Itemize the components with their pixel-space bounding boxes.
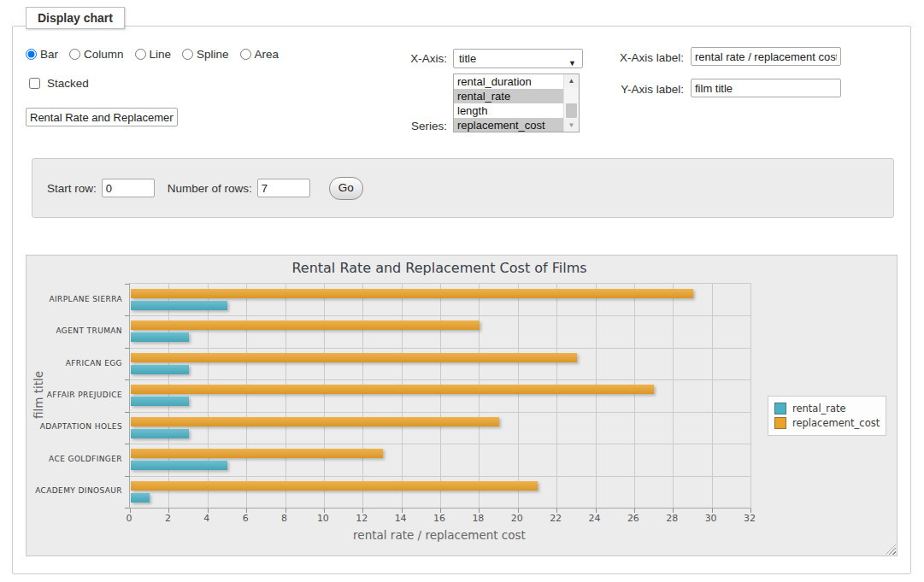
x-tick-label: 24 xyxy=(574,513,616,524)
gridline-vertical xyxy=(673,284,674,508)
legend-item-replacement_cost: replacement_cost xyxy=(774,417,880,429)
chart-title: Rental Rate and Replacement Cost of Film… xyxy=(129,260,750,276)
x-tick-label: 20 xyxy=(496,513,539,524)
x-tick-label: 6 xyxy=(224,513,267,524)
gridline-horizontal xyxy=(130,476,750,477)
bar-rental_rate xyxy=(131,429,189,438)
gridline-horizontal xyxy=(130,412,750,413)
chart-type-radio-bar[interactable] xyxy=(26,49,37,60)
series-option-rental_duration[interactable]: rental_duration xyxy=(454,74,564,89)
bar-replacement_cost xyxy=(131,320,480,330)
number-of-rows-input[interactable] xyxy=(257,179,310,197)
gridline-vertical xyxy=(518,284,519,508)
gridline-vertical xyxy=(285,284,286,508)
category-label: AFRICAN EGG xyxy=(26,359,122,367)
chart-type-option-line[interactable]: Line xyxy=(135,48,172,61)
x-tick-label: 0 xyxy=(108,513,150,524)
category-label: AGENT TRUMAN xyxy=(26,326,122,335)
gridline-vertical xyxy=(362,284,363,508)
scroll-down-icon[interactable]: ▼ xyxy=(564,119,579,132)
y-axis-label-input[interactable] xyxy=(691,79,841,97)
category-label: AIRPLANE SIERRA xyxy=(26,295,122,303)
plot-area xyxy=(129,283,751,509)
x-axis-label-input[interactable] xyxy=(691,47,841,66)
gridline-vertical xyxy=(634,284,635,508)
series-option-rental_rate[interactable]: rental_rate xyxy=(454,89,564,103)
rows-panel: Start row: Number of rows: Go xyxy=(32,158,894,218)
stacked-option[interactable]: Stacked xyxy=(26,75,89,91)
gridline-vertical xyxy=(712,284,713,508)
legend-label: rental_rate xyxy=(792,403,846,414)
chart-type-option-column[interactable]: Column xyxy=(69,48,124,61)
series-option-length[interactable]: length xyxy=(454,103,564,118)
x-tick-label: 28 xyxy=(650,513,693,524)
series-option-replacement_cost[interactable]: replacement_cost xyxy=(454,118,564,132)
category-label: AFFAIR PREJUDICE xyxy=(26,391,122,399)
gridline-vertical xyxy=(168,284,169,508)
x-tick-label: 14 xyxy=(380,513,422,524)
legend-swatch-rental_rate xyxy=(774,403,786,414)
x-axis-label-label: X-Axis label: xyxy=(611,51,684,64)
chart-type-radio-area[interactable] xyxy=(240,49,251,60)
category-label: ACE GOLDFINGER xyxy=(26,455,122,463)
gridline-horizontal xyxy=(130,348,750,349)
legend-label: replacement_cost xyxy=(792,417,880,429)
y-tick-mark xyxy=(125,476,129,477)
gridline-vertical xyxy=(402,284,403,508)
scroll-up-icon[interactable]: ▲ xyxy=(564,74,579,87)
series-options: rental_durationrental_ratelengthreplacem… xyxy=(454,74,564,132)
chart-type-label-column: Column xyxy=(84,48,124,61)
chart-type-label-spline: Spline xyxy=(197,48,229,61)
x-tick-label: 16 xyxy=(418,513,461,524)
bar-replacement_cost xyxy=(131,353,577,362)
bar-rental_rate xyxy=(131,332,189,342)
chart-legend: rental_ratereplacement_cost xyxy=(768,396,886,436)
y-tick-mark xyxy=(125,348,129,349)
start-row-input[interactable] xyxy=(102,179,155,197)
x-axis-select[interactable]: title ▼ xyxy=(453,49,583,68)
x-tick-label: 18 xyxy=(456,513,499,524)
bar-rental_rate xyxy=(131,493,150,503)
chart-type-option-spline[interactable]: Spline xyxy=(182,48,229,61)
chevron-down-icon: ▼ xyxy=(568,55,576,73)
bar-replacement_cost xyxy=(131,481,538,491)
gridline-vertical xyxy=(324,284,325,508)
chart-type-label-line: Line xyxy=(150,48,172,61)
gridline-vertical xyxy=(208,284,209,508)
bar-rental_rate xyxy=(131,301,227,310)
chart-type-option-area[interactable]: Area xyxy=(240,48,280,61)
scrollbar-thumb[interactable] xyxy=(566,103,577,118)
y-tick-mark xyxy=(125,315,129,316)
gridline-horizontal xyxy=(130,379,750,380)
chart-type-radio-column[interactable] xyxy=(69,49,80,60)
go-button[interactable]: Go xyxy=(329,177,363,200)
chart-type-radio-spline[interactable] xyxy=(182,49,193,60)
x-tick-label: 32 xyxy=(728,513,771,524)
x-tick-label: 26 xyxy=(612,513,655,524)
stacked-checkbox[interactable] xyxy=(29,78,40,89)
gridline-horizontal xyxy=(130,444,750,444)
y-tick-mark xyxy=(125,412,129,413)
x-axis-select-label: X-Axis: xyxy=(389,52,447,65)
chart-type-radio-line[interactable] xyxy=(135,49,146,60)
gridline-vertical xyxy=(440,284,441,508)
chart-title-input[interactable] xyxy=(26,108,178,126)
x-tick-label: 30 xyxy=(690,513,733,524)
resize-handle-icon[interactable] xyxy=(886,544,896,555)
x-tick-label: 2 xyxy=(146,513,189,524)
chart-type-option-bar[interactable]: Bar xyxy=(26,48,58,61)
x-tick-label: 22 xyxy=(534,513,577,524)
series-scrollbar[interactable]: ▲ ▼ xyxy=(563,74,579,132)
start-row-label: Start row: xyxy=(47,182,97,195)
bar-replacement_cost xyxy=(131,289,693,298)
bar-replacement_cost xyxy=(131,417,499,426)
bar-replacement_cost xyxy=(131,385,654,394)
x-tick-label: 10 xyxy=(302,513,344,524)
x-tick-label: 4 xyxy=(185,513,228,524)
category-label: ADAPTATION HOLES xyxy=(26,422,122,431)
chart-container: Rental Rate and Replacement Cost of Film… xyxy=(26,255,898,556)
gridline-vertical xyxy=(479,284,480,508)
x-axis-select-value: title xyxy=(459,52,476,65)
series-list-label: Series: xyxy=(389,120,447,132)
series-listbox[interactable]: rental_durationrental_ratelengthreplacem… xyxy=(453,73,580,132)
